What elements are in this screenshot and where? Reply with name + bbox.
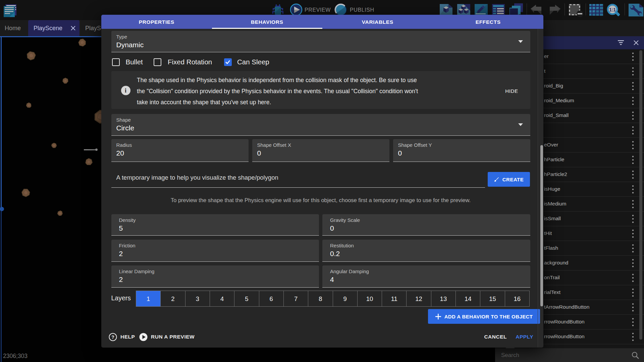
layer-cell[interactable]: 13 xyxy=(431,291,455,306)
layer-cell[interactable]: 2 xyxy=(160,291,185,306)
undo-icon[interactable] xyxy=(530,4,544,15)
app-menu-icon[interactable] xyxy=(3,4,18,18)
toolbar-separator xyxy=(527,3,527,15)
layer-cell[interactable]: 10 xyxy=(357,291,382,306)
fixed-rotation-checkbox[interactable] xyxy=(154,58,161,66)
asteroid-sprite[interactable] xyxy=(26,51,36,61)
layer-cell[interactable]: 9 xyxy=(333,291,357,306)
object-menu-dots-icon[interactable] xyxy=(631,126,635,135)
asteroid-sprite[interactable] xyxy=(85,158,93,166)
object-menu-dots-icon[interactable] xyxy=(631,303,635,312)
asteroid-sprite[interactable] xyxy=(57,210,63,216)
search-icon[interactable] xyxy=(631,351,639,359)
apply-button[interactable]: APPLY xyxy=(516,334,533,340)
object-menu-dots-icon[interactable] xyxy=(631,170,635,179)
radius-field[interactable]: Radius 20 xyxy=(111,139,249,162)
object-menu-dots-icon[interactable] xyxy=(631,141,635,149)
object-menu-dots-icon[interactable] xyxy=(631,274,635,282)
asteroid-sprite[interactable] xyxy=(26,102,32,108)
shape-select[interactable]: Shape Circle xyxy=(111,114,530,136)
publish-globe-icon[interactable] xyxy=(334,3,347,16)
cancel-button[interactable]: CANCEL xyxy=(484,334,507,340)
add-behavior-label: ADD A BEHAVIOR TO THE OBJECT xyxy=(444,314,533,319)
tab-effects[interactable]: EFFECTS xyxy=(433,15,544,29)
object-menu-dots-icon[interactable] xyxy=(631,52,635,61)
selection-marker-dot[interactable] xyxy=(95,148,98,151)
edit-scene-icon[interactable] xyxy=(475,4,488,15)
angular-damping-field[interactable]: Angular Damping 4 xyxy=(322,265,530,288)
friction-field[interactable]: Friction 2 xyxy=(111,240,319,262)
layer-cell[interactable]: 12 xyxy=(406,291,431,306)
layer-cell[interactable]: 5 xyxy=(234,291,259,306)
shape-offset-y-field[interactable]: Shape Offset Y 0 xyxy=(393,139,530,162)
shape-offset-x-field[interactable]: Shape Offset X 0 xyxy=(252,139,389,162)
grid-icon[interactable] xyxy=(589,4,603,16)
tab-properties[interactable]: PROPERTIES xyxy=(101,15,212,29)
object-name: rrowRoundButton xyxy=(544,334,585,340)
layer-cell[interactable]: 14 xyxy=(455,291,480,306)
object-menu-dots-icon[interactable] xyxy=(631,97,635,105)
object-menu-dots-icon[interactable] xyxy=(631,67,635,76)
bullet-checkbox[interactable] xyxy=(112,58,120,66)
layers-label: Layers xyxy=(111,294,131,302)
objects-search-bar[interactable]: Search xyxy=(495,348,644,362)
layer-cell[interactable]: 3 xyxy=(185,291,210,306)
dialog-scrollbar-thumb[interactable] xyxy=(540,145,543,306)
object-menu-dots-icon[interactable] xyxy=(631,156,635,164)
hide-button[interactable]: HIDE xyxy=(505,88,518,94)
tab-home[interactable]: Home xyxy=(5,20,21,36)
restitution-field[interactable]: Restitution 0.2 xyxy=(322,240,530,262)
object-menu-dots-icon[interactable] xyxy=(631,215,635,223)
scene-window-handle[interactable] xyxy=(0,207,4,211)
can-sleep-checkbox[interactable] xyxy=(224,58,232,66)
object-menu-dots-icon[interactable] xyxy=(631,244,635,253)
layer-cell[interactable]: 7 xyxy=(283,291,308,306)
objects-scrollbar[interactable] xyxy=(639,50,642,340)
layer-cell[interactable]: 11 xyxy=(382,291,406,306)
layer-cell[interactable]: 16 xyxy=(505,291,529,306)
object-menu-dots-icon[interactable] xyxy=(631,288,635,297)
object-menu-dots-icon[interactable] xyxy=(631,318,635,326)
asteroid-sprite[interactable] xyxy=(62,77,69,84)
create-button[interactable]: CREATE xyxy=(488,172,530,187)
object-menu-dots-icon[interactable] xyxy=(631,200,635,208)
gravity-scale-field[interactable]: Gravity Scale 0 xyxy=(322,214,530,236)
type-select[interactable]: Type Dynamic xyxy=(111,31,530,52)
object-groups-icon[interactable] xyxy=(457,4,470,15)
redo-icon[interactable] xyxy=(547,4,561,15)
tab-close-icon[interactable] xyxy=(71,26,75,31)
object-menu-dots-icon[interactable] xyxy=(631,185,635,194)
object-menu-dots-icon[interactable] xyxy=(631,82,635,90)
object-menu-dots-icon[interactable] xyxy=(631,259,635,267)
filter-icon[interactable] xyxy=(618,40,624,45)
objects-editor-icon[interactable] xyxy=(440,4,452,15)
density-field[interactable]: Density 5 xyxy=(111,214,319,236)
layer-cell[interactable]: 15 xyxy=(480,291,504,306)
panel-close-icon[interactable] xyxy=(634,40,639,45)
layer-cell[interactable]: 6 xyxy=(259,291,283,306)
run-preview-button[interactable]: RUN A PREVIEW xyxy=(139,332,195,342)
render-mask-icon[interactable] xyxy=(569,4,584,17)
tab-playscene[interactable]: PlayScene xyxy=(28,20,79,36)
layer-cell[interactable]: 4 xyxy=(210,291,234,306)
layers-icon[interactable] xyxy=(509,3,523,16)
tab-variables[interactable]: VARIABLES xyxy=(322,15,433,29)
tab-playscene2[interactable]: PlayS xyxy=(85,20,101,36)
preview-play-icon[interactable] xyxy=(290,3,303,16)
asteroid-sprite[interactable] xyxy=(21,188,31,197)
object-menu-dots-icon[interactable] xyxy=(631,229,635,238)
asteroid-sprite[interactable] xyxy=(78,38,87,47)
help-button[interactable]: ? HELP xyxy=(109,332,135,342)
layer-cell[interactable]: 8 xyxy=(308,291,332,306)
setup-wrench-icon[interactable] xyxy=(629,4,643,16)
linear-damping-field[interactable]: Linear Damping 2 xyxy=(111,265,319,288)
asteroid-sprite[interactable] xyxy=(51,142,57,148)
temp-image-field[interactable]: A temporary image to help you visualize … xyxy=(111,169,485,188)
tab-behaviors[interactable]: BEHAVIORS xyxy=(212,15,323,29)
object-menu-dots-icon[interactable] xyxy=(631,333,635,341)
add-behavior-button[interactable]: ADD A BEHAVIOR TO THE OBJECT xyxy=(428,309,540,324)
zoom-one-to-one-icon[interactable]: 1:1 xyxy=(606,4,621,17)
layer-cell[interactable]: 1 xyxy=(136,291,160,306)
object-menu-dots-icon[interactable] xyxy=(631,111,635,120)
properties-list-icon[interactable] xyxy=(492,4,505,15)
